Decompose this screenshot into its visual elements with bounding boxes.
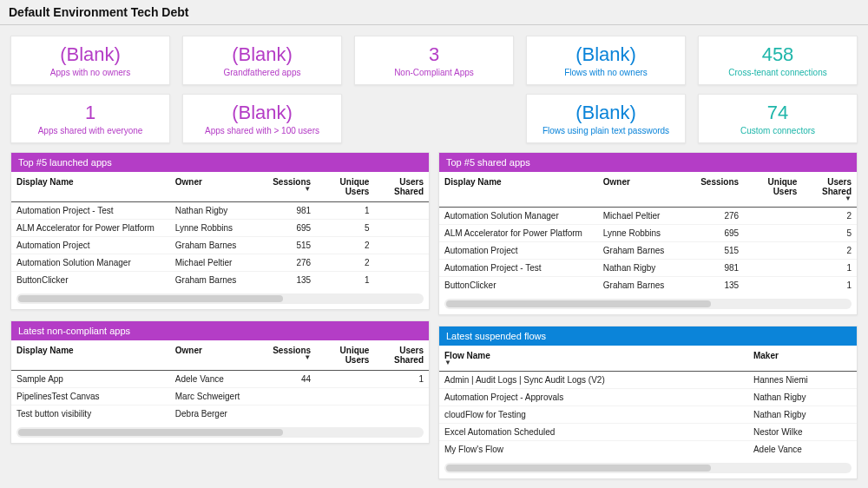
column-header[interactable]: Users Shared▼	[802, 172, 857, 208]
kpi-value: (Blank)	[188, 43, 336, 66]
scrollbar-thumb[interactable]	[18, 295, 283, 302]
panels-left: Top #5 launched appsDisplay NameOwnerSes…	[10, 152, 430, 479]
table-cell: Lynne Robbins	[170, 220, 262, 237]
kpi-card[interactable]: 458Cross-tenant connections	[698, 36, 858, 85]
column-header[interactable]: Display Name	[439, 172, 598, 208]
column-header[interactable]: Sessions▼	[262, 340, 317, 371]
table-cell: Graham Barnes	[598, 242, 690, 260]
table-cell: 695	[690, 225, 745, 242]
table-cell	[316, 371, 374, 388]
table-cell: 1	[316, 272, 374, 289]
kpi-label: Flows using plain text passwords	[532, 126, 680, 135]
column-header[interactable]: Display Name	[11, 172, 170, 202]
table-cell: 5	[802, 225, 857, 242]
column-header-label: Users Shared	[394, 346, 424, 365]
table-row[interactable]: Sample AppAdele Vance441	[11, 371, 429, 388]
data-table: Display NameOwnerSessions▼Unique UsersUs…	[11, 172, 429, 288]
column-header[interactable]: Display Name	[11, 340, 170, 371]
table-cell: Admin | Audit Logs | Sync Audit Logs (V2…	[439, 372, 748, 389]
table-row[interactable]: Automation ProjectGraham Barnes5152	[11, 237, 429, 254]
table-cell: Sample App	[11, 371, 170, 388]
table-cell: 2	[316, 254, 374, 272]
panel-header: Latest suspended flows	[439, 326, 857, 346]
table-cell: 1	[802, 277, 857, 294]
panel-noncompliant-apps: Latest non-compliant appsDisplay NameOwn…	[10, 320, 430, 444]
column-header[interactable]: Owner	[170, 172, 262, 202]
table-row[interactable]: ButtonClickerGraham Barnes1351	[11, 272, 429, 289]
column-header-label: Maker	[753, 351, 779, 360]
table-cell: Automation Project - Test	[11, 202, 170, 220]
table-cell: 515	[690, 242, 745, 260]
table-cell	[262, 406, 317, 423]
scrollbar-thumb[interactable]	[446, 465, 711, 472]
column-header[interactable]: Owner	[170, 340, 262, 371]
column-header-label: Owner	[175, 346, 202, 355]
table-row[interactable]: Automation Solution ManagerMichael Pelti…	[439, 208, 857, 225]
kpi-card[interactable]: (Blank)Flows with no owners	[526, 36, 686, 85]
kpi-card[interactable]: 74Custom connectors	[698, 94, 858, 143]
scrollbar-thumb[interactable]	[446, 300, 711, 307]
table-row[interactable]: Test button visibilityDebra Berger	[11, 406, 429, 423]
kpi-card[interactable]: 1Apps shared with everyone	[10, 94, 170, 143]
horizontal-scrollbar[interactable]	[16, 427, 424, 438]
table-row[interactable]: PipelinesTest CanvasMarc Schweigert	[11, 388, 429, 406]
column-header[interactable]: Owner	[598, 172, 690, 208]
table-row[interactable]: ALM Accelerator for Power PlatformLynne …	[11, 220, 429, 237]
column-header[interactable]: Unique Users	[316, 172, 374, 202]
kpi-value: (Blank)	[532, 43, 680, 66]
panel-header: Latest non-compliant apps	[11, 321, 429, 340]
table-cell: Michael Peltier	[598, 208, 690, 225]
horizontal-scrollbar[interactable]	[444, 463, 852, 473]
table-cell	[744, 225, 802, 242]
table-row[interactable]: Admin | Audit Logs | Sync Audit Logs (V2…	[439, 372, 857, 389]
table-row[interactable]: Excel Automation ScheduledNestor Wilke	[439, 424, 857, 441]
table-row[interactable]: Automation Project - TestNathan Rigby981…	[11, 202, 429, 220]
column-header[interactable]: Users Shared	[374, 172, 429, 202]
table-row[interactable]: ButtonClickerGraham Barnes1351	[439, 277, 857, 294]
column-header-label: Display Name	[16, 177, 74, 187]
kpi-value: (Blank)	[188, 102, 336, 124]
horizontal-scrollbar[interactable]	[16, 293, 424, 304]
kpi-card[interactable]: 3Non-Compliant Apps	[354, 36, 514, 85]
column-header[interactable]: Maker	[748, 346, 857, 372]
kpi-label: Custom connectors	[704, 126, 852, 135]
kpi-card[interactable]: (Blank)Apps with no owners	[10, 36, 170, 85]
panels-container: Top #5 launched appsDisplay NameOwnerSes…	[10, 152, 858, 479]
table-cell: Automation Solution Manager	[439, 208, 598, 225]
table-row[interactable]: Automation ProjectGraham Barnes5152	[439, 242, 857, 260]
table-cell: 1	[802, 260, 857, 277]
table-cell	[316, 388, 374, 406]
column-header-label: Display Name	[444, 177, 502, 187]
kpi-card[interactable]: (Blank)Apps shared with > 100 users	[182, 94, 342, 143]
table-cell	[374, 272, 429, 289]
table-cell: Nestor Wilke	[748, 424, 857, 441]
table-cell: 2	[802, 242, 857, 260]
kpi-card[interactable]: (Blank)Grandfathered apps	[182, 36, 342, 85]
table-cell: Adele Vance	[170, 371, 262, 388]
scrollbar-thumb[interactable]	[18, 429, 283, 436]
table-row[interactable]: Automation Project - TestNathan Rigby981…	[439, 260, 857, 277]
table-cell	[744, 260, 802, 277]
table-row[interactable]: Automation Solution ManagerMichael Pelti…	[11, 254, 429, 272]
kpi-card[interactable]: (Blank)Flows using plain text passwords	[526, 94, 686, 143]
column-header[interactable]: Users Shared	[374, 340, 429, 371]
column-header-label: Users Shared	[394, 177, 424, 196]
kpi-label: Apps shared with > 100 users	[188, 126, 336, 135]
column-header[interactable]: Sessions▼	[262, 172, 317, 202]
kpi-value: 1	[16, 102, 164, 124]
data-table: Flow Name▼MakerAdmin | Audit Logs | Sync…	[439, 346, 857, 458]
table-row[interactable]: My Flow's FlowAdele Vance	[439, 441, 857, 458]
column-header[interactable]: Sessions	[690, 172, 745, 208]
table-row[interactable]: ALM Accelerator for Power PlatformLynne …	[439, 225, 857, 242]
column-header-label: Users Shared	[822, 177, 852, 196]
table-cell: 2	[802, 208, 857, 225]
column-header[interactable]: Unique Users	[316, 340, 374, 371]
table-cell: ButtonClicker	[439, 277, 598, 294]
column-header[interactable]: Flow Name▼	[439, 346, 748, 372]
column-header[interactable]: Unique Users	[744, 172, 802, 208]
table-cell: Debra Berger	[170, 406, 262, 423]
column-header-label: Unique Users	[340, 346, 370, 365]
table-row[interactable]: cloudFlow for TestingNathan Rigby	[439, 406, 857, 424]
horizontal-scrollbar[interactable]	[444, 299, 852, 309]
table-row[interactable]: Automation Project - ApprovalsNathan Rig…	[439, 389, 857, 406]
